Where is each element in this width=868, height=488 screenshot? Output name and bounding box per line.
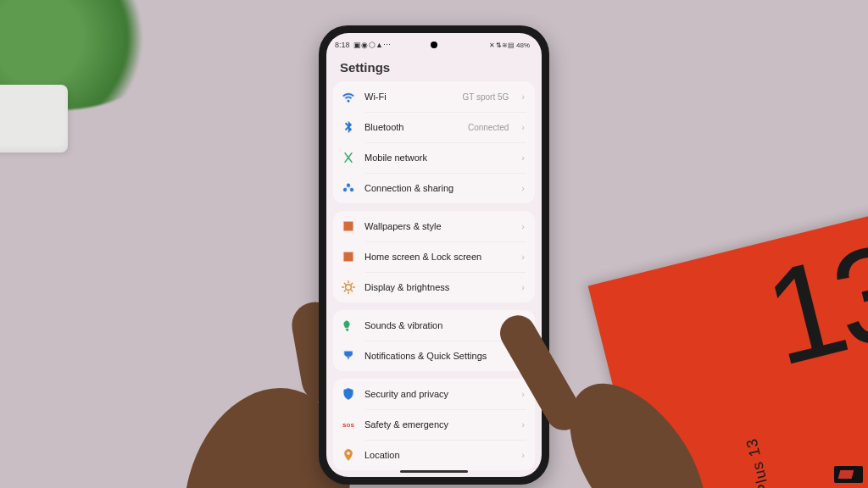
status-icons-right: ✕ ⇅ ≋ ▤ bbox=[489, 42, 514, 49]
settings-item-label: Mobile network bbox=[364, 152, 509, 163]
bluetooth-icon bbox=[342, 120, 355, 134]
settings-item-home-screen-lock-screen[interactable]: Home screen & Lock screen› bbox=[333, 241, 535, 272]
settings-item-label: Notifications & Quick Settings bbox=[364, 351, 509, 361]
settings-group: Sounds & vibration›Notifications & Quick… bbox=[333, 310, 535, 371]
settings-item-mobile-network[interactable]: Mobile network› bbox=[333, 142, 535, 173]
chevron-right-icon: › bbox=[521, 252, 525, 262]
status-battery: 48% bbox=[516, 42, 530, 49]
settings-item-notifications-quick-settings[interactable]: Notifications & Quick Settings› bbox=[333, 341, 535, 371]
status-icons-left: ▣ ◉ ⬡ ▲ ⋯ bbox=[353, 41, 391, 49]
security-icon bbox=[342, 387, 355, 401]
settings-item-wi-fi[interactable]: Wi-FiGT sport 5G› bbox=[333, 81, 535, 112]
sound-icon bbox=[342, 319, 355, 332]
chevron-right-icon: › bbox=[521, 122, 525, 132]
phone-screen: 8:18 ▣ ◉ ⬡ ▲ ⋯ ✕ ⇅ ≋ ▤ 48% Settings Wi-F… bbox=[326, 33, 542, 477]
settings-item-label: Display & brightness bbox=[364, 282, 509, 292]
settings-item-security-and-privacy[interactable]: Security and privacy› bbox=[333, 379, 535, 409]
settings-list[interactable]: Wi-FiGT sport 5G›BluetoothConnected›Mobi… bbox=[326, 81, 542, 470]
chevron-right-icon: › bbox=[521, 419, 525, 430]
settings-item-safety-emergency[interactable]: sosSafety & emergency› bbox=[333, 409, 535, 440]
location-icon bbox=[342, 448, 355, 462]
product-box: 13 OnePlus 13 bbox=[588, 208, 868, 488]
settings-item-wallpapers-style[interactable]: Wallpapers & style› bbox=[333, 211, 535, 241]
settings-item-label: Bluetooth bbox=[364, 122, 459, 132]
box-brand: OnePlus 13 bbox=[743, 436, 782, 488]
settings-group: Wi-FiGT sport 5G›BluetoothConnected›Mobi… bbox=[333, 81, 535, 203]
phone-device: 8:18 ▣ ◉ ⬡ ▲ ⋯ ✕ ⇅ ≋ ▤ 48% Settings Wi-F… bbox=[319, 25, 549, 485]
settings-item-label: Location bbox=[364, 450, 509, 460]
chevron-right-icon: › bbox=[521, 152, 525, 163]
chevron-right-icon: › bbox=[521, 450, 525, 460]
brightness-icon bbox=[342, 280, 355, 294]
home-screen-icon bbox=[342, 250, 355, 263]
wallpaper-icon bbox=[342, 219, 355, 233]
notification-icon bbox=[342, 349, 355, 363]
status-time: 8:18 bbox=[335, 41, 350, 49]
settings-item-location[interactable]: Location› bbox=[333, 440, 535, 470]
box-number: 13 bbox=[756, 232, 868, 377]
chevron-right-icon: › bbox=[521, 282, 525, 292]
chevron-right-icon: › bbox=[521, 320, 525, 330]
chevron-right-icon: › bbox=[521, 92, 525, 102]
settings-group: Security and privacy›sosSafety & emergen… bbox=[333, 379, 535, 470]
settings-item-value: Connected bbox=[468, 123, 509, 132]
settings-item-label: Sounds & vibration bbox=[364, 320, 509, 330]
settings-item-label: Security and privacy bbox=[364, 389, 509, 399]
settings-item-label: Safety & emergency bbox=[364, 419, 509, 430]
watermark-badge bbox=[834, 466, 863, 483]
home-indicator[interactable] bbox=[400, 470, 468, 473]
settings-item-display-brightness[interactable]: Display & brightness› bbox=[333, 272, 535, 302]
plant-decoration bbox=[0, 0, 186, 152]
settings-item-label: Wallpapers & style bbox=[364, 221, 509, 231]
connection-sharing-icon bbox=[342, 181, 355, 195]
settings-item-label: Connection & sharing bbox=[364, 183, 509, 193]
sos-icon: sos bbox=[342, 418, 355, 431]
settings-item-connection-sharing[interactable]: Connection & sharing› bbox=[333, 173, 535, 203]
settings-item-label: Wi-Fi bbox=[364, 92, 453, 102]
wifi-icon bbox=[342, 90, 355, 103]
chevron-right-icon: › bbox=[521, 183, 525, 193]
chevron-right-icon: › bbox=[521, 351, 525, 361]
settings-item-sounds-vibration[interactable]: Sounds & vibration› bbox=[333, 310, 535, 341]
settings-item-value: GT sport 5G bbox=[462, 92, 509, 102]
settings-item-label: Home screen & Lock screen bbox=[364, 252, 509, 262]
camera-punch-hole bbox=[431, 42, 437, 48]
mobile-network-icon bbox=[342, 151, 355, 164]
chevron-right-icon: › bbox=[521, 389, 525, 399]
page-title: Settings bbox=[326, 57, 542, 81]
settings-item-bluetooth[interactable]: BluetoothConnected› bbox=[333, 112, 535, 142]
settings-group: Wallpapers & style›Home screen & Lock sc… bbox=[333, 211, 535, 302]
chevron-right-icon: › bbox=[521, 221, 525, 231]
